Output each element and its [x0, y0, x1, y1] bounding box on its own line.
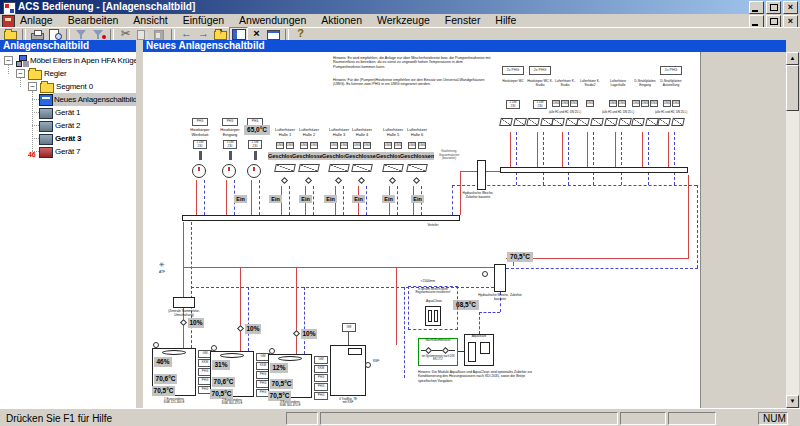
refill-subtitle: mit Systemtrenner nach DIN EN 1717: [420, 356, 456, 362]
pump-status-label[interactable]: Ein: [299, 195, 312, 203]
valve-position-label[interactable]: 10%: [245, 324, 261, 334]
pipe: [479, 312, 500, 313]
menu-ansicht[interactable]: Ansicht: [127, 14, 173, 27]
scroll-up-button[interactable]: ▲: [786, 52, 799, 65]
fan-coil-icon: [576, 118, 590, 126]
wire: [348, 332, 349, 345]
pump-status-label[interactable]: Ein: [324, 195, 337, 203]
help-button[interactable]: ?: [292, 28, 309, 40]
vertical-scrollbar[interactable]: ▲ ▼: [786, 52, 799, 408]
module-box: DM4: [561, 100, 569, 107]
tree-item-label-selected[interactable]: Neues Anlagenschaltbild: [53, 93, 136, 106]
valve-position-label[interactable]: 10%: [188, 318, 204, 328]
open-button[interactable]: [2, 28, 19, 40]
paste-button[interactable]: [151, 28, 168, 40]
panel-splitter[interactable]: [136, 40, 143, 408]
minimize-button[interactable]: [749, 1, 764, 14]
title-bar[interactable]: ACS Bedienung - [Anlagenschaltbild] ×: [0, 0, 800, 14]
menu-aktionen[interactable]: Aktionen: [315, 14, 368, 27]
copy-button[interactable]: [134, 28, 151, 40]
forward-button[interactable]: →: [195, 28, 212, 40]
pipe-spec-label: (alle H1 und H2, DN 25 L): [543, 111, 587, 114]
toggle-tree-panel-button[interactable]: [229, 27, 248, 41]
pump-status-label[interactable]: Ein: [411, 195, 424, 203]
restore-button[interactable]: [766, 1, 781, 14]
tree-item-neues-anlagenschaltbild[interactable]: Neues Anlagenschaltbild: [0, 93, 136, 106]
menu-werkzeuge[interactable]: Werkzeuge: [371, 14, 436, 27]
schematic-canvas[interactable]: Hinweis: Es wird empfohlen, die Anlage n…: [143, 52, 701, 408]
boiler-temp-label[interactable]: 70,6°C: [212, 377, 235, 387]
pump-icon: [247, 164, 261, 178]
up-level-button[interactable]: ↑: [212, 28, 229, 40]
tree-item-label: Segment 0: [56, 80, 93, 93]
menu-anlage[interactable]: Anlage: [14, 14, 59, 27]
circuit-label: Lufterhitzer Lagerhalle: [604, 80, 632, 87]
device-icon: [39, 108, 53, 119]
mixing-valve-icon: [305, 177, 312, 184]
valve-status-label[interactable]: Geschlossen: [292, 152, 326, 160]
valve-position-label[interactable]: 10%: [301, 329, 317, 339]
boiler-temp-label[interactable]: 70,6°C: [154, 374, 177, 384]
tree-item-geraet-7[interactable]: 46 Gerät 7: [0, 145, 136, 158]
menu-bearbeiten[interactable]: Bearbeiten: [62, 14, 125, 27]
tree-item-regler[interactable]: − Regler: [0, 67, 136, 80]
scrollbar-thumb[interactable]: [786, 65, 799, 111]
menu-hilfe[interactable]: Hilfe: [489, 14, 522, 27]
toolbar-separator: [171, 29, 175, 40]
temp-display-705[interactable]: 70,5°C: [507, 252, 533, 262]
print-preview-button[interactable]: [46, 28, 63, 40]
delete-button[interactable]: ×: [248, 28, 265, 40]
error-count-badge: 46: [28, 148, 35, 161]
expander-icon[interactable]: −: [28, 82, 37, 91]
toolbar-separator: [66, 29, 70, 40]
filter-button[interactable]: [73, 28, 90, 40]
x-icon: ×: [248, 27, 265, 40]
pump-icon: [222, 164, 236, 178]
pump-status-label[interactable]: Ein: [382, 195, 395, 203]
back-button[interactable]: ←: [178, 28, 195, 40]
pipe: [697, 185, 698, 268]
properties-button[interactable]: [265, 28, 282, 40]
pipe: [674, 132, 675, 185]
close-button[interactable]: ×: [783, 1, 798, 14]
valve-icon: [199, 151, 202, 160]
tree-item-label: Gerät 1: [55, 106, 80, 119]
filter-icon: [76, 30, 86, 36]
valve-status-label[interactable]: Geschlossen: [345, 152, 379, 160]
circuit-label: Heizkörper WC: [499, 80, 527, 84]
scroll-down-button[interactable]: ▼: [786, 395, 799, 408]
menu-anwendungen[interactable]: Anwendungen: [233, 14, 312, 27]
boiler-load-label[interactable]: 31%: [212, 360, 230, 370]
boiler-temp-label[interactable]: 70,5°C: [270, 379, 293, 389]
temp-display-65[interactable]: 65,0°C: [244, 125, 270, 135]
scissors-icon: ✂: [117, 27, 134, 40]
gas-line-label: Gasleitung, Gasarmaturen (bauseits): [436, 150, 462, 161]
module-box: DM4: [672, 100, 680, 107]
module-box: DM4: [618, 100, 626, 107]
expander-icon[interactable]: −: [16, 69, 25, 78]
circuit-label: Heizkörper WC K-Studio: [526, 80, 554, 87]
cut-button[interactable]: ✂: [117, 28, 134, 40]
panel-layout-icon: [232, 29, 246, 40]
boiler-load-label[interactable]: 12%: [270, 363, 288, 373]
pipe: [479, 312, 480, 334]
expander-icon[interactable]: −: [4, 56, 13, 65]
tree-item-geraet-2[interactable]: Gerät 2: [0, 119, 136, 132]
valve-status-label[interactable]: Geschlossen: [400, 152, 434, 160]
tree-item-segment0[interactable]: − Segment 0: [0, 80, 136, 93]
pump-status-label[interactable]: Ein: [269, 195, 282, 203]
tree-item-site[interactable]: − Möbel Eilers in Apen HFA Krüger: [0, 54, 136, 67]
boiler-temp-label[interactable]: 70,5°C: [152, 386, 175, 396]
pipe: [452, 185, 697, 186]
pump-status-label[interactable]: Ein: [234, 195, 247, 203]
mixing-valve-icon: [335, 177, 342, 184]
menu-fenster[interactable]: Fenster: [439, 14, 487, 27]
valve-icon: [254, 151, 257, 160]
tree-item-geraet-3[interactable]: Gerät 3: [0, 132, 136, 145]
pipe: [226, 180, 227, 215]
tree-item-geraet-1[interactable]: Gerät 1: [0, 106, 136, 119]
pump-status-label[interactable]: Ein: [352, 195, 365, 203]
print-button[interactable]: [29, 28, 46, 40]
boiler-load-label[interactable]: 46%: [154, 357, 172, 367]
filter-remove-button[interactable]: [90, 28, 107, 40]
